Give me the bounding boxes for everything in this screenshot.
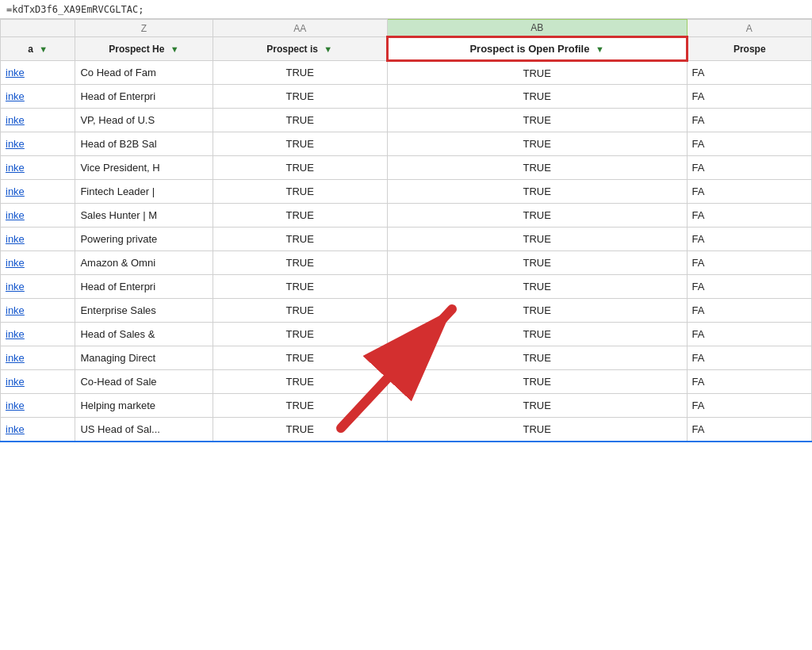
cell-open-profile: TRUE: [387, 299, 687, 323]
cell-open-profile: TRUE: [387, 156, 687, 180]
cell-link[interactable]: inke: [1, 85, 75, 109]
table-row: inkeVice President, HTRUETRUEFA: [1, 156, 812, 180]
table-row: inkeAmazon & OmniTRUETRUEFA: [1, 251, 812, 275]
cell-link[interactable]: inke: [1, 109, 75, 132]
cell-open-profile: TRUE: [387, 275, 687, 299]
table-row: inkeCo Head of FamTRUETRUEFA: [1, 61, 812, 85]
cell-prospe: FA: [687, 61, 811, 85]
subheader-col-a[interactable]: a ▼: [1, 37, 75, 61]
cell-prospe: FA: [687, 299, 811, 323]
table-row: inkeVP, Head of U.STRUETRUEFA: [1, 109, 812, 132]
cell-prospect-is: TRUE: [213, 346, 387, 370]
col-ab-header[interactable]: AB: [387, 20, 687, 37]
cell-prospect-is: TRUE: [213, 228, 387, 251]
cell-prospe: FA: [687, 323, 811, 346]
spreadsheet-table: Z AA AB A a ▼ Prospect He ▼ Prospect is …: [0, 19, 812, 442]
filter-icon-ab[interactable]: ▼: [596, 44, 604, 54]
cell-link[interactable]: inke: [1, 275, 75, 299]
cell-link[interactable]: inke: [1, 228, 75, 251]
cell-prospect-is: TRUE: [213, 394, 387, 418]
cell-prospect-is: TRUE: [213, 61, 387, 85]
cell-prospect-is: TRUE: [213, 204, 387, 228]
cell-open-profile: TRUE: [387, 323, 687, 346]
cell-prospect-is: TRUE: [213, 180, 387, 204]
cell-prospe: FA: [687, 109, 811, 132]
cell-prospect-is: TRUE: [213, 418, 387, 442]
cell-headline: US Head of Sal...: [75, 418, 213, 442]
table-row: inkeHelping marketeTRUETRUEFA: [1, 394, 812, 418]
cell-prospect-is: TRUE: [213, 109, 387, 132]
cell-open-profile: TRUE: [387, 228, 687, 251]
cell-headline: Co-Head of Sale: [75, 370, 213, 394]
cell-open-profile: TRUE: [387, 61, 687, 85]
table-row: inkeEnterprise SalesTRUETRUEFA: [1, 299, 812, 323]
cell-prospe: FA: [687, 156, 811, 180]
cell-headline: Vice President, H: [75, 156, 213, 180]
cell-open-profile: TRUE: [387, 418, 687, 442]
cell-prospect-is: TRUE: [213, 156, 387, 180]
table-row: inkeCo-Head of SaleTRUETRUEFA: [1, 370, 812, 394]
cell-link[interactable]: inke: [1, 323, 75, 346]
cell-link[interactable]: inke: [1, 61, 75, 85]
filter-icon-a[interactable]: ▼: [39, 44, 48, 54]
cell-link[interactable]: inke: [1, 299, 75, 323]
cell-prospect-is: TRUE: [213, 85, 387, 109]
cell-prospect-is: TRUE: [213, 323, 387, 346]
subheader-col-ab[interactable]: Prospect is Open Profile ▼: [387, 37, 687, 61]
cell-open-profile: TRUE: [387, 394, 687, 418]
cell-link[interactable]: inke: [1, 418, 75, 442]
table-row: inkeSales Hunter | MTRUETRUEFA: [1, 204, 812, 228]
cell-headline: Powering private: [75, 228, 213, 251]
cell-link[interactable]: inke: [1, 346, 75, 370]
cell-headline: Sales Hunter | M: [75, 204, 213, 228]
cell-prospe: FA: [687, 251, 811, 275]
cell-headline: Fintech Leader |: [75, 180, 213, 204]
cell-headline: Enterprise Sales: [75, 299, 213, 323]
subheader-col-z[interactable]: Prospect He ▼: [75, 37, 213, 61]
cell-link[interactable]: inke: [1, 394, 75, 418]
cell-prospe: FA: [687, 346, 811, 370]
cell-open-profile: TRUE: [387, 346, 687, 370]
column-letters-row: Z AA AB A: [1, 20, 812, 37]
col-ac-header[interactable]: A: [687, 20, 811, 37]
cell-link[interactable]: inke: [1, 132, 75, 156]
subheader-col-aa[interactable]: Prospect is ▼: [213, 37, 387, 61]
cell-prospe: FA: [687, 370, 811, 394]
cell-link[interactable]: inke: [1, 370, 75, 394]
cell-headline: Helping markete: [75, 394, 213, 418]
cell-link[interactable]: inke: [1, 251, 75, 275]
cell-open-profile: TRUE: [387, 132, 687, 156]
cell-prospe: FA: [687, 418, 811, 442]
spreadsheet: =kdTxD3f6_XA9EmRVCGLTAC; Z AA AB A a ▼ P…: [0, 0, 812, 650]
cell-headline: Amazon & Omni: [75, 251, 213, 275]
table-row: inkeManaging DirectTRUETRUEFA: [1, 346, 812, 370]
cell-prospe: FA: [687, 85, 811, 109]
formula-bar: =kdTxD3f6_XA9EmRVCGLTAC;: [0, 0, 812, 19]
cell-prospect-is: TRUE: [213, 251, 387, 275]
cell-headline: Co Head of Fam: [75, 61, 213, 85]
cell-link[interactable]: inke: [1, 156, 75, 180]
cell-headline: VP, Head of U.S: [75, 109, 213, 132]
cell-headline: Head of Sales &: [75, 323, 213, 346]
cell-link[interactable]: inke: [1, 204, 75, 228]
cell-link[interactable]: inke: [1, 180, 75, 204]
cell-prospe: FA: [687, 180, 811, 204]
subheader-col-ac[interactable]: Prospe: [687, 37, 811, 61]
col-aa-header[interactable]: AA: [213, 20, 387, 37]
cell-prospect-is: TRUE: [213, 299, 387, 323]
table-row: inkeHead of EnterpriTRUETRUEFA: [1, 85, 812, 109]
cell-headline: Head of Enterpri: [75, 275, 213, 299]
table-row: inkeHead of EnterpriTRUETRUEFA: [1, 275, 812, 299]
filter-icon-z[interactable]: ▼: [170, 44, 179, 54]
table-row: inkeHead of Sales &TRUETRUEFA: [1, 323, 812, 346]
cell-prospect-is: TRUE: [213, 275, 387, 299]
filter-icon-aa[interactable]: ▼: [324, 44, 332, 54]
cell-open-profile: TRUE: [387, 109, 687, 132]
col-z-header[interactable]: Z: [75, 20, 213, 37]
table-body: inkeCo Head of FamTRUETRUEFAinkeHead of …: [1, 61, 812, 442]
cell-prospe: FA: [687, 275, 811, 299]
cell-open-profile: TRUE: [387, 370, 687, 394]
cell-open-profile: TRUE: [387, 251, 687, 275]
cell-headline: Head of Enterpri: [75, 85, 213, 109]
cell-open-profile: TRUE: [387, 180, 687, 204]
